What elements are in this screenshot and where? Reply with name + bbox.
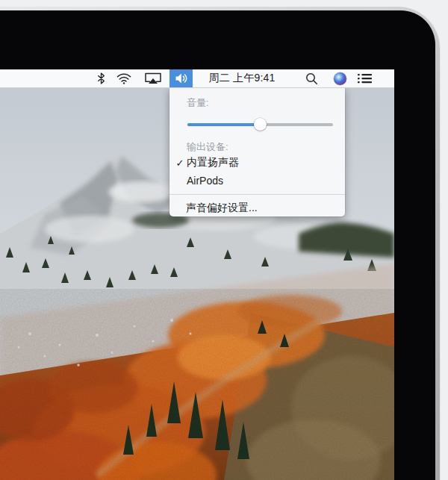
menubar-item-wifi[interactable] [113, 69, 134, 87]
notification-center-icon [358, 73, 372, 84]
menubar-item-spotlight[interactable] [302, 69, 321, 87]
menubar-item-siri[interactable] [330, 69, 349, 87]
menubar-item-notification-center[interactable] [354, 69, 375, 87]
volume-section-label: 音量: [187, 96, 209, 110]
menu-item-airpods[interactable]: AirPods [169, 172, 345, 189]
clock-text: 周二 上午9:41 [209, 72, 276, 85]
output-devices-label: 输出设备: [187, 140, 228, 154]
menubar-item-volume[interactable] [169, 69, 193, 87]
menubar-item-bluetooth[interactable] [94, 69, 108, 87]
bluetooth-icon [97, 72, 105, 84]
menu-item-sound-preferences[interactable]: 声音偏好设置... [186, 200, 258, 216]
device-name: AirPods [187, 175, 223, 187]
siri-icon [334, 72, 346, 85]
menu-item-built-in-speaker[interactable]: ✓ 内置扬声器 [169, 155, 345, 171]
volume-slider[interactable] [187, 118, 333, 131]
wifi-icon [116, 73, 131, 84]
airplay-display-icon [144, 72, 162, 84]
volume-slider-thumb[interactable] [254, 118, 267, 131]
menubar-item-airplay[interactable] [141, 69, 165, 87]
checkmark-icon: ✓ [173, 158, 187, 169]
device-name: 内置扬声器 [187, 156, 239, 169]
menu-separator [169, 194, 345, 195]
sound-preferences-label: 声音偏好设置... [186, 202, 258, 215]
mac-screen: 周二 上午9:41 [0, 69, 394, 480]
volume-menu: 音量: 输出设备: ✓ 内置扬声器 AirPods 声音偏好设置... [169, 87, 345, 216]
volume-slider-fill [187, 123, 261, 126]
menu-bar: 周二 上午9:41 [0, 69, 394, 88]
menubar-clock[interactable]: 周二 上午9:41 [202, 69, 282, 87]
volume-icon [175, 72, 188, 84]
spotlight-search-icon [305, 72, 318, 85]
stage: 周二 上午9:41 [0, 0, 448, 480]
